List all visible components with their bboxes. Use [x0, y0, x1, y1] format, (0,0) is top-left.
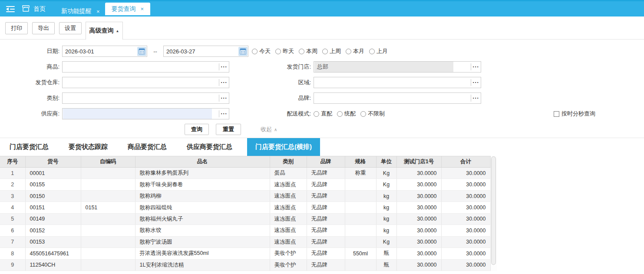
column-header[interactable]: 自编码	[81, 156, 135, 168]
date-to-input[interactable]	[164, 48, 238, 55]
cell-index: 8	[0, 248, 25, 259]
ellipsis-picker-icon[interactable]: ···	[471, 62, 481, 72]
query-button[interactable]: 查询	[185, 124, 209, 135]
table-row[interactable]: 2 00155 散称千味央厨春卷 速冻面点 无品牌 Kg 30.0000 30.…	[0, 179, 490, 190]
ellipsis-picker-icon[interactable]: ···	[219, 62, 229, 72]
ellipsis-picker-icon[interactable]: ···	[471, 77, 481, 88]
settings-button[interactable]: 设置	[59, 22, 82, 34]
ellipsis-picker-icon[interactable]: ···	[219, 93, 229, 103]
result-tab[interactable]: 门店要货汇总	[4, 138, 54, 156]
topbar-tab-goods-request-query[interactable]: 要货查询 ×	[105, 3, 151, 15]
result-tab[interactable]: 商品要货汇总	[122, 138, 172, 156]
radio-label: 昨天	[283, 47, 294, 55]
cell-product-name: 散称豫林多鸭蛋系列	[135, 168, 270, 179]
cell-index: 9	[0, 259, 25, 271]
by-time-checkbox[interactable]: 按时分秒查询	[554, 110, 595, 118]
radio-icon	[322, 49, 328, 54]
cell-unit: 瓶	[376, 248, 396, 259]
ship-warehouse-input[interactable]	[63, 77, 219, 88]
table-row[interactable]: 6 00152 散称水饺 速冻面点 无品牌 kg 30.0000 30.0000	[0, 225, 490, 236]
quick-range-radio[interactable]: 上周	[322, 47, 341, 55]
result-tab[interactable]: 要货状态跟踪	[63, 138, 113, 156]
result-tab[interactable]: 供应商要货汇总	[182, 138, 238, 156]
region-input[interactable]	[314, 77, 471, 88]
calendar-icon[interactable]	[238, 46, 248, 56]
cell-custom-code	[81, 179, 135, 190]
cell-item-no: 00153	[25, 236, 81, 248]
column-header[interactable]: 序号	[0, 156, 25, 168]
table-row[interactable]: 3 00150 散称鸡柳 速冻面点 无品牌 kg 30.0000 30.0000	[0, 190, 490, 201]
collapse-sidebar-icon[interactable]	[6, 6, 15, 12]
quick-range-radio[interactable]: 上月	[369, 47, 388, 55]
column-header[interactable]: 合计	[441, 156, 490, 168]
result-tab-label: 要货状态跟踪	[69, 143, 108, 151]
print-button[interactable]: 打印	[5, 22, 28, 34]
cell-brand: 无品牌	[307, 259, 345, 271]
close-icon[interactable]: ×	[96, 8, 100, 15]
column-header[interactable]: 货号	[25, 156, 81, 168]
brand-input[interactable]	[314, 93, 471, 103]
nav-home[interactable]: 首页	[22, 5, 46, 13]
column-header[interactable]: 类别	[270, 156, 307, 168]
ellipsis-picker-icon[interactable]: ···	[219, 109, 229, 119]
cell-item-no: 00151	[25, 202, 81, 213]
product-input[interactable]	[63, 62, 219, 72]
calendar-icon[interactable]	[136, 46, 147, 56]
collapse-panel-link[interactable]: 收起 ∧	[261, 125, 277, 133]
delivery-mode-radio[interactable]: 统配	[337, 110, 356, 118]
table-row[interactable]: 5 00149 散称福州火锅丸子 速冻面点 无品牌 kg 30.0000 30.…	[0, 213, 490, 224]
ellipsis-picker-icon[interactable]: ···	[219, 77, 229, 88]
vertical-scrollbar[interactable]	[491, 156, 497, 271]
quick-range-radio[interactable]: 今天	[252, 47, 271, 55]
cell-product-name: 芬浓透润美容液洗发露550ml	[135, 248, 270, 259]
close-icon[interactable]: ×	[141, 6, 144, 12]
cell-total: 30.0000	[441, 259, 490, 271]
advanced-query-panel: 日期: --	[0, 40, 644, 138]
column-header[interactable]: 品名	[135, 156, 270, 168]
advanced-query-toggle[interactable]: 高级查询 ▲	[86, 22, 123, 40]
radio-label: 今天	[259, 47, 271, 55]
cell-spec	[345, 202, 376, 213]
delivery-mode-radio[interactable]: 直配	[314, 110, 332, 118]
cell-store1-qty: 30.0000	[396, 248, 441, 259]
date-from-input[interactable]	[63, 48, 136, 55]
cell-category: 速冻面点	[270, 179, 307, 190]
cell-product-name: 散称四福馄饨	[135, 202, 270, 213]
cell-brand: 无品牌	[307, 168, 345, 179]
export-button[interactable]: 导出	[32, 22, 55, 34]
table-row[interactable]: 4 00151 0151 散称四福馄饨 速冻面点 无品牌 kg 30.0000 …	[0, 202, 490, 213]
cell-category: 美妆个护	[270, 248, 307, 259]
cell-item-no: 00155	[25, 179, 81, 190]
table-row[interactable]: 7 00153 散称宁波汤圆 速冻面点 无品牌 Kg 30.0000 30.00…	[0, 236, 490, 248]
reset-button[interactable]: 重置	[216, 124, 241, 135]
result-tab[interactable]: 门店要货汇总(横排)	[247, 138, 320, 156]
cell-custom-code	[81, 190, 135, 201]
column-header[interactable]: 规格	[345, 156, 376, 168]
table-row[interactable]: 8 4550516475961 芬浓透润美容液洗发露550ml 美妆个护 无品牌…	[0, 248, 490, 259]
quick-range-radio[interactable]: 本周	[299, 47, 317, 55]
ellipsis-picker-icon[interactable]: ···	[471, 93, 481, 103]
column-header[interactable]: 测试门店1号	[396, 156, 441, 168]
date-range-separator: --	[147, 48, 163, 55]
cell-unit: Kg	[376, 179, 396, 190]
table-body: 1 00001 散称豫林多鸭蛋系列 蛋品 无品牌 称重 Kg 30.0000 3…	[0, 168, 490, 271]
delivery-mode-radio[interactable]: 不限制	[360, 110, 385, 118]
column-header[interactable]: 单位	[376, 156, 396, 168]
table-row[interactable]: 9 112540CH 1L安利浓缩洗洁精 美妆个护 无品牌 瓶 30.0000 …	[0, 259, 490, 271]
quick-range-radio[interactable]: 昨天	[275, 47, 294, 55]
quick-range-radio[interactable]: 本月	[346, 47, 364, 55]
scrollbar-thumb[interactable]	[491, 156, 496, 265]
supplier-label: 供应商:	[4, 110, 62, 118]
topbar-tab-new-features[interactable]: 新功能提醒 ×	[56, 7, 105, 15]
cell-custom-code: 0151	[81, 202, 135, 213]
radio-label: 直配	[321, 110, 332, 118]
supplier-input[interactable]	[63, 109, 212, 119]
radio-icon	[369, 49, 375, 54]
result-tab-label: 供应商要货汇总	[187, 143, 232, 151]
category-input[interactable]	[63, 93, 219, 103]
table-row[interactable]: 1 00001 散称豫林多鸭蛋系列 蛋品 无品牌 称重 Kg 30.0000 3…	[0, 168, 490, 179]
cell-total: 30.0000	[441, 213, 490, 224]
cell-brand: 无品牌	[307, 179, 345, 190]
ship-store-input[interactable]	[314, 62, 453, 72]
column-header[interactable]: 品牌	[307, 156, 345, 168]
